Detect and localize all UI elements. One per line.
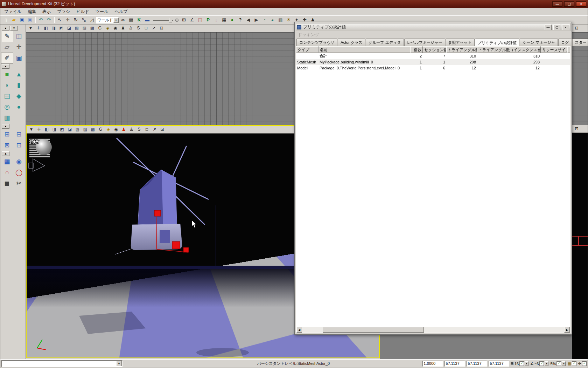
scrollbar-track[interactable] (302, 327, 564, 333)
spiral-stair-builder-icon[interactable]: ◎ (1, 102, 13, 113)
actor-icon[interactable]: ♟ (120, 127, 127, 133)
maximize-button[interactable]: ▢ (553, 25, 560, 30)
slider-handle[interactable] (169, 18, 172, 22)
save-all-icon[interactable]: ▣ (26, 16, 34, 24)
viewport-options-icon[interactable]: ▼ (28, 127, 35, 133)
table-row[interactable]: Model Package_0.TheWorld:PersistentLevel… (296, 65, 570, 71)
wire-cube-icon[interactable]: ◫ (13, 31, 25, 42)
menu-item[interactable]: ヘルプ (111, 8, 131, 15)
collapse-up-icon[interactable]: ▲ (2, 64, 9, 69)
widget-tools-icon[interactable]: ✂ (13, 178, 25, 189)
wireframe-mode-icon[interactable]: ◧ (43, 127, 50, 133)
tab-group-editor[interactable]: グループ エディタ (366, 39, 404, 46)
lit-mode-icon[interactable]: ◪ (66, 127, 74, 133)
tab-content-browser[interactable]: コンテンツブラウザ (296, 39, 337, 46)
viewport-options-icon[interactable]: ▼ (27, 25, 34, 32)
unlit-mode-icon[interactable]: ◩ (58, 127, 66, 133)
sphere-builder-icon[interactable]: ● (13, 102, 25, 113)
wireframe-mode-icon[interactable]: ◧ (42, 25, 50, 32)
special-brush-icon[interactable]: ▦ (1, 157, 13, 167)
lighting-only-mode-icon[interactable]: ▨ (81, 25, 88, 32)
primitive-stats-window[interactable]: プリミティブの統計値 — ▢ × ドッキング コンテンツブラウザActor クラ… (294, 22, 572, 335)
statusbar-dropdown[interactable]: ▼ (1, 360, 122, 367)
translate-icon[interactable]: ✛ (64, 16, 72, 24)
autosave-checkbox[interactable]: ✓ (572, 361, 576, 366)
undo-icon[interactable]: ↶ (37, 16, 45, 24)
volumetric-builder-icon[interactable]: ▥ (1, 113, 13, 123)
csg-add-icon[interactable]: ⊞ (1, 129, 13, 140)
maximize-viewport-icon[interactable]: ⊡ (158, 25, 165, 32)
collapse-up-icon[interactable]: ▲ (2, 151, 9, 156)
red-builder-circle-icon[interactable]: ◌ (1, 168, 13, 178)
rotation-grid-icon[interactable]: ∠ (188, 16, 196, 24)
kismet-prev-icon[interactable]: ◀ (244, 16, 252, 24)
menu-item[interactable]: ブラシ (54, 8, 73, 15)
scroll-right-icon[interactable]: ▶ (564, 327, 570, 333)
csg-intersect-icon[interactable]: ⊠ (1, 140, 13, 151)
camera-move-icon[interactable]: ✛ (35, 25, 42, 32)
stats-window-titlebar[interactable]: プリミティブの統計値 — ▢ × (296, 23, 570, 31)
col-resource-size[interactable]: リソースサイズ (541, 46, 567, 53)
maximize-viewport-icon[interactable]: ⊡ (573, 126, 580, 132)
scale-label-icon[interactable]: S (135, 25, 142, 32)
add-volume-icon[interactable]: ◉ (13, 157, 25, 167)
save-icon[interactable]: ▣ (18, 16, 26, 24)
rotate-icon[interactable]: ↻ (72, 16, 80, 24)
square-select-icon[interactable]: □ (143, 127, 150, 133)
curved-stair-builder-icon[interactable]: ◗ (1, 80, 13, 91)
console-icon[interactable]: ▦ (220, 16, 228, 24)
scale-label-icon[interactable]: S (135, 127, 143, 133)
chevron-down-icon[interactable]: ▼ (116, 361, 122, 366)
square-select-icon[interactable]: □ (142, 25, 150, 32)
collapse-up-icon[interactable]: ▲ (2, 26, 9, 30)
menu-item[interactable]: ビルド (73, 8, 92, 15)
menu-item[interactable]: 表示 (39, 8, 54, 15)
table-row[interactable]: StaticMesh MyPackage.building.windmill_0… (296, 59, 570, 65)
minimize-button[interactable]: — (545, 25, 552, 30)
col-type[interactable]: タイプ (296, 46, 318, 53)
csg-subtract-icon[interactable]: ⊟ (13, 129, 25, 140)
cone-builder-icon[interactable]: ▲ (13, 69, 25, 80)
menu-item[interactable]: ツール (92, 8, 112, 15)
actor-icon[interactable]: ♟ (119, 25, 127, 32)
redo-icon[interactable]: ↷ (45, 16, 53, 24)
cylinder-builder-icon[interactable]: ▮ (13, 80, 25, 91)
chevron-down-icon[interactable]: ▼ (562, 361, 566, 366)
horizontal-scrollbar[interactable]: ◀ ▶ (296, 327, 570, 333)
camera-move-icon[interactable]: ✛ (35, 127, 43, 133)
content-browser-icon[interactable]: ▩ (127, 16, 135, 24)
brushwire-mode-icon[interactable]: ◨ (51, 127, 58, 133)
brush-edit-icon[interactable]: ✎ (1, 31, 13, 42)
play-in-editor-icon[interactable]: P (204, 16, 212, 24)
drop-to-floor-icon[interactable]: ↓ (212, 16, 220, 24)
game-view-icon[interactable]: G (96, 25, 104, 32)
build-lighting-icon[interactable]: ☀ (285, 16, 293, 24)
tab-primitive-stats[interactable]: プリミティブの統計値 (475, 39, 520, 46)
detail-lighting-mode-icon[interactable]: ▧ (74, 127, 81, 133)
sheet-builder-icon[interactable]: ◆ (13, 91, 25, 102)
cube-builder-icon[interactable]: ■ (1, 69, 13, 80)
texture-density-mode-icon[interactable]: ▩ (89, 127, 97, 133)
minimize-button[interactable]: — (552, 1, 562, 7)
kismet-next-icon[interactable]: ▶ (252, 16, 260, 24)
scrollbar-thumb[interactable] (323, 327, 424, 333)
show-flags-icon[interactable]: ◉ (112, 127, 120, 133)
maximize-viewport-icon[interactable]: ⊡ (159, 127, 166, 133)
tab-level-manager[interactable]: レベルマネージャー (404, 39, 445, 46)
scale-grid-checkbox[interactable]: ✓ (556, 361, 561, 366)
chevron-down-icon[interactable]: ▼ (113, 18, 119, 23)
tear-off-icon[interactable]: ↗ (150, 25, 158, 32)
coordinate-system-dropdown[interactable]: ワールド ▼ (96, 17, 119, 23)
table-row[interactable]: 合計 2 7 310 310 (296, 53, 570, 59)
widget-checkbox[interactable]: ✓ (582, 361, 587, 366)
tab-referenced-assets[interactable]: 参照アセット (446, 39, 475, 46)
player-preview-icon[interactable]: ♙ (127, 25, 134, 32)
sphere-icon[interactable]: ● (228, 16, 236, 24)
docking-menu-item[interactable]: ドッキング (298, 32, 319, 38)
autosave-icon[interactable]: ◲ (196, 16, 204, 24)
menu-item[interactable]: ファイル (1, 8, 24, 15)
lit-mode-icon[interactable]: ◪ (65, 25, 73, 32)
tab-scene-manager[interactable]: シーン マネージャ (520, 39, 558, 46)
viewport-right-front[interactable]: ⊡ (572, 125, 588, 360)
socket-mode-icon[interactable]: ◔ (260, 16, 268, 24)
